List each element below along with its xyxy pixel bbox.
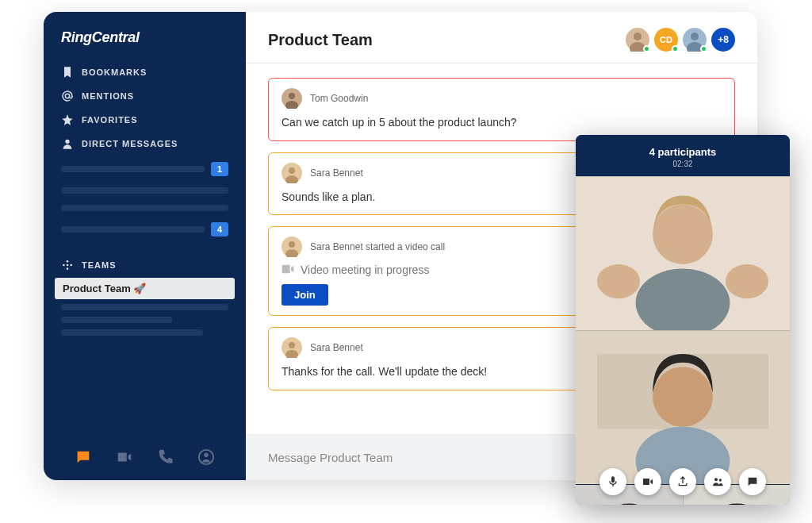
nav-label: DIRECT MESSAGES	[82, 139, 178, 148]
svg-point-29	[653, 367, 713, 427]
svg-point-6	[67, 267, 69, 270]
dm-placeholder	[61, 166, 205, 172]
dm-item[interactable]: 1	[55, 159, 235, 179]
svg-rect-19	[282, 265, 290, 274]
svg-point-2	[67, 264, 69, 267]
presence-indicator	[700, 45, 707, 52]
dm-item[interactable]: 4	[55, 219, 235, 240]
mention-icon	[61, 90, 74, 102]
team-placeholder	[61, 329, 203, 336]
avatar-initials: CD	[660, 35, 672, 44]
svg-point-20	[289, 342, 295, 348]
svg-point-23	[653, 204, 713, 264]
camera-button[interactable]	[634, 468, 661, 495]
presence-indicator	[643, 45, 650, 52]
participant-avatar[interactable]	[683, 28, 707, 52]
more-count: +8	[718, 34, 729, 45]
svg-point-11	[691, 33, 699, 40]
svg-point-9	[634, 33, 642, 40]
svg-point-1	[65, 140, 69, 144]
share-button[interactable]	[669, 468, 696, 495]
participant-avatar[interactable]	[626, 28, 649, 52]
svg-point-3	[63, 264, 65, 267]
message-avatar	[282, 163, 302, 183]
bottom-nav	[44, 434, 246, 480]
message-avatar	[282, 337, 302, 358]
teams-section-label: TEAMS	[44, 248, 246, 278]
chat-button[interactable]	[739, 468, 766, 495]
message-sender: Tom Goodwin	[310, 93, 368, 104]
sidebar: RingCentral BOOKMARKS MENTIONS FAVORITES	[44, 12, 246, 480]
dm-list: 1 4	[44, 156, 246, 248]
participants-button[interactable]	[704, 468, 731, 495]
svg-point-0	[65, 94, 69, 98]
mute-button[interactable]	[599, 468, 626, 495]
video-grid	[576, 176, 790, 505]
more-participants[interactable]: +8	[711, 28, 735, 52]
presence-indicator	[672, 45, 679, 52]
video-tile[interactable]	[576, 176, 790, 330]
team-item-label: Product Team 🚀	[63, 283, 146, 294]
video-tab-icon[interactable]	[116, 448, 133, 466]
composer-placeholder: Message Product Team	[268, 451, 393, 464]
svg-point-25	[597, 264, 640, 298]
teams-icon	[61, 259, 74, 271]
nav-bookmarks[interactable]: BOOKMARKS	[55, 60, 235, 84]
sidebar-nav: BOOKMARKS MENTIONS FAVORITES DIRECT MESS…	[44, 60, 246, 156]
participant-avatar[interactable]: CD	[654, 28, 678, 52]
svg-point-13	[289, 93, 295, 99]
star-icon	[61, 113, 74, 126]
call-duration: 02:32	[576, 160, 790, 168]
nav-label: FAVORITES	[82, 115, 138, 125]
profile-tab-icon[interactable]	[197, 448, 215, 466]
nav-favorites[interactable]: FAVORITES	[55, 108, 235, 132]
teams-label: TEAMS	[82, 260, 117, 270]
message-sender: Sara Bennet	[310, 167, 363, 179]
channel-title: Product Team	[268, 31, 373, 49]
svg-point-38	[714, 478, 718, 481]
join-button[interactable]: Join	[282, 284, 328, 306]
nav-label: BOOKMARKS	[82, 67, 147, 77]
video-icon	[282, 263, 294, 276]
svg-point-16	[285, 175, 298, 183]
participant-avatars: CD +8	[626, 28, 735, 52]
dm-placeholder	[61, 226, 205, 233]
nav-mentions[interactable]: MENTIONS	[55, 84, 235, 108]
message-avatar	[282, 237, 302, 257]
video-panel-header: 4 participants 02:32	[576, 135, 790, 176]
svg-point-21	[285, 350, 298, 358]
phone-tab-icon[interactable]	[156, 448, 174, 466]
person-icon	[61, 137, 74, 150]
message-card[interactable]: Tom Goodwin Can we catch up in 5 about t…	[268, 78, 735, 141]
svg-point-26	[726, 264, 768, 298]
dm-badge: 4	[211, 222, 228, 237]
svg-point-4	[70, 264, 72, 267]
video-tile[interactable]	[576, 330, 790, 484]
chat-tab-icon[interactable]	[75, 448, 92, 466]
message-avatar	[282, 88, 302, 109]
video-call-panel[interactable]: 4 participants 02:32	[576, 135, 790, 505]
brand-logo: RingCentral	[44, 26, 246, 60]
nav-direct-messages[interactable]: DIRECT MESSAGES	[55, 132, 235, 156]
dm-item[interactable]	[55, 202, 235, 214]
svg-point-18	[285, 249, 298, 257]
team-placeholder	[61, 304, 228, 310]
message-header: Tom Goodwin	[282, 88, 722, 109]
nav-label: MENTIONS	[82, 91, 134, 101]
message-sender: Sara Bennet started a video call	[310, 241, 445, 252]
team-placeholder	[61, 317, 172, 323]
video-status-text: Video meeting in progress	[301, 263, 429, 276]
bookmark-icon	[61, 66, 74, 79]
svg-point-15	[289, 167, 295, 174]
video-controls	[576, 468, 790, 495]
message-body: Can we catch up in 5 about the product l…	[282, 115, 722, 131]
svg-point-5	[67, 260, 69, 263]
dm-item[interactable]	[55, 184, 235, 197]
dm-badge: 1	[211, 162, 228, 176]
svg-point-17	[289, 241, 295, 248]
dm-placeholder	[61, 187, 228, 194]
team-item-product[interactable]: Product Team 🚀	[55, 278, 235, 299]
svg-point-14	[285, 101, 298, 109]
participant-count: 4 participants	[576, 146, 790, 158]
dm-placeholder	[61, 205, 228, 211]
